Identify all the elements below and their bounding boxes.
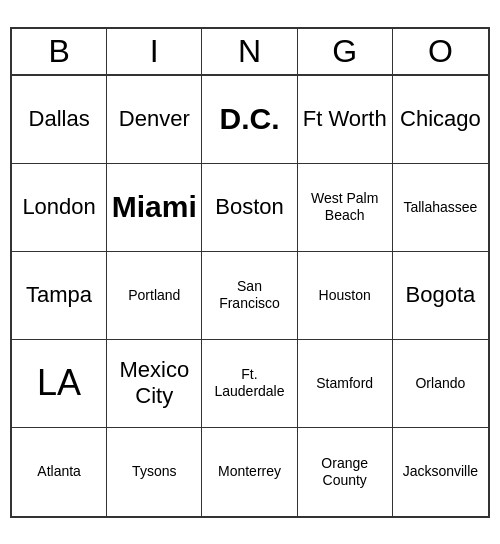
cell-text-15: LA bbox=[37, 361, 81, 404]
bingo-header: BINGO bbox=[12, 29, 488, 76]
header-letter-o: O bbox=[393, 29, 488, 74]
bingo-cell-17: Ft. Lauderdale bbox=[202, 340, 297, 428]
bingo-cell-11: Portland bbox=[107, 252, 202, 340]
bingo-cell-12: San Francisco bbox=[202, 252, 297, 340]
cell-text-14: Bogota bbox=[406, 282, 476, 308]
bingo-cell-21: Tysons bbox=[107, 428, 202, 516]
cell-text-17: Ft. Lauderdale bbox=[206, 366, 292, 400]
bingo-cell-7: Boston bbox=[202, 164, 297, 252]
cell-text-12: San Francisco bbox=[206, 278, 292, 312]
header-letter-n: N bbox=[202, 29, 297, 74]
bingo-cell-2: D.C. bbox=[202, 76, 297, 164]
cell-text-23: Orange County bbox=[302, 455, 388, 489]
bingo-cell-13: Houston bbox=[298, 252, 393, 340]
bingo-cell-15: LA bbox=[12, 340, 107, 428]
bingo-cell-3: Ft Worth bbox=[298, 76, 393, 164]
cell-text-7: Boston bbox=[215, 194, 284, 220]
cell-text-10: Tampa bbox=[26, 282, 92, 308]
cell-text-21: Tysons bbox=[132, 463, 176, 480]
bingo-cell-8: West Palm Beach bbox=[298, 164, 393, 252]
bingo-cell-20: Atlanta bbox=[12, 428, 107, 516]
cell-text-8: West Palm Beach bbox=[302, 190, 388, 224]
bingo-cell-4: Chicago bbox=[393, 76, 488, 164]
cell-text-19: Orlando bbox=[415, 375, 465, 392]
cell-text-11: Portland bbox=[128, 287, 180, 304]
bingo-cell-10: Tampa bbox=[12, 252, 107, 340]
cell-text-13: Houston bbox=[319, 287, 371, 304]
cell-text-4: Chicago bbox=[400, 106, 481, 132]
bingo-cell-1: Denver bbox=[107, 76, 202, 164]
cell-text-16: Mexico City bbox=[111, 357, 197, 410]
bingo-cell-23: Orange County bbox=[298, 428, 393, 516]
bingo-grid: DallasDenverD.C.Ft WorthChicagoLondonMia… bbox=[12, 76, 488, 516]
bingo-card: BINGO DallasDenverD.C.Ft WorthChicagoLon… bbox=[10, 27, 490, 518]
bingo-cell-18: Stamford bbox=[298, 340, 393, 428]
bingo-cell-22: Monterrey bbox=[202, 428, 297, 516]
bingo-cell-6: Miami bbox=[107, 164, 202, 252]
bingo-cell-14: Bogota bbox=[393, 252, 488, 340]
cell-text-22: Monterrey bbox=[218, 463, 281, 480]
header-letter-b: B bbox=[12, 29, 107, 74]
cell-text-6: Miami bbox=[112, 189, 197, 225]
bingo-cell-24: Jacksonville bbox=[393, 428, 488, 516]
cell-text-3: Ft Worth bbox=[303, 106, 387, 132]
cell-text-5: London bbox=[22, 194, 95, 220]
bingo-cell-9: Tallahassee bbox=[393, 164, 488, 252]
cell-text-0: Dallas bbox=[29, 106, 90, 132]
bingo-cell-16: Mexico City bbox=[107, 340, 202, 428]
bingo-cell-5: London bbox=[12, 164, 107, 252]
bingo-cell-19: Orlando bbox=[393, 340, 488, 428]
cell-text-24: Jacksonville bbox=[403, 463, 478, 480]
cell-text-2: D.C. bbox=[219, 101, 279, 137]
bingo-cell-0: Dallas bbox=[12, 76, 107, 164]
cell-text-1: Denver bbox=[119, 106, 190, 132]
cell-text-9: Tallahassee bbox=[403, 199, 477, 216]
header-letter-g: G bbox=[298, 29, 393, 74]
header-letter-i: I bbox=[107, 29, 202, 74]
cell-text-18: Stamford bbox=[316, 375, 373, 392]
cell-text-20: Atlanta bbox=[37, 463, 81, 480]
